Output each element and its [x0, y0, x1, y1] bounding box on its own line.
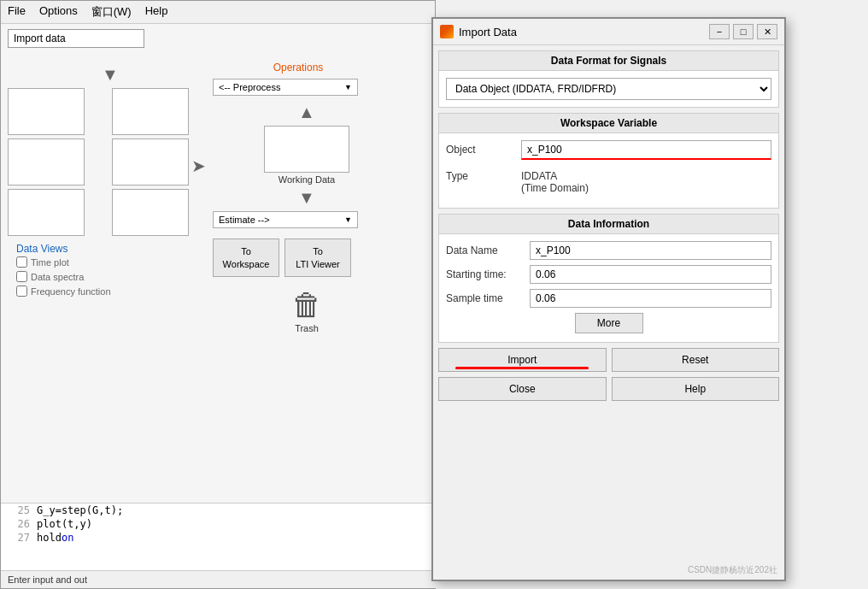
code-line-27: 27 hold on	[1, 531, 437, 545]
preprocess-label: <-- Preprocess	[219, 82, 280, 92]
checkbox-data-spectra-label: Data spectra	[31, 272, 84, 282]
right-arrow-icon: ➤	[191, 156, 206, 176]
data-format-body: Data Object (IDDATA, FRD/IDFRD)	[439, 71, 778, 107]
trash-label: Trash	[230, 323, 384, 333]
dialog-minimize-button[interactable]: −	[709, 24, 730, 39]
data-information-section: Data Information Data Name Starting time…	[438, 214, 779, 343]
code-text-26: plot(t,y)	[37, 518, 92, 530]
checkbox-freq-function[interactable]: Frequency function	[8, 284, 213, 298]
menu-bar: File Options 窗口(W) Help	[1, 1, 435, 24]
data-information-header: Data Information	[439, 215, 778, 234]
data-information-body: Data Name Starting time: Sample time Mor…	[439, 234, 778, 342]
data-box-1[interactable]	[8, 88, 85, 135]
starting-time-label: Starting time:	[446, 268, 523, 280]
preprocess-arrow-icon: ▼	[344, 83, 352, 91]
ops-panel: Operations ➤ <-- Preprocess ▼ ▲ Working …	[213, 53, 384, 572]
checkbox-freq-function-input[interactable]	[16, 286, 27, 297]
main-app-window: File Options 窗口(W) Help Import data ▼ Da…	[0, 0, 436, 589]
content-area: ▼ Data Views Time plot Data spectra Fre	[1, 53, 435, 572]
sample-time-row: Sample time	[446, 289, 771, 308]
checkbox-data-spectra[interactable]: Data spectra	[8, 269, 213, 284]
line-num-26: 26	[4, 518, 30, 530]
dialog-controls: − □ ✕	[709, 24, 777, 39]
up-arrow-icon: ▲	[213, 103, 384, 122]
type-row: Type IDDATA(Time Domain)	[446, 167, 771, 194]
data-views-label: Data Views	[8, 243, 213, 255]
workspace-variable-section: Workspace Variable Object Type IDDATA(Ti…	[438, 113, 779, 209]
data-grid-top	[8, 88, 213, 236]
code-text-25: G_y=step(G,t);	[37, 504, 123, 516]
to-workspace-button[interactable]: ToWorkspace	[213, 239, 279, 277]
data-box-5[interactable]	[8, 189, 85, 236]
dialog-title-left: Import Data	[440, 25, 517, 38]
close-dialog-button[interactable]: Close	[438, 377, 607, 401]
object-row: Object	[446, 140, 771, 160]
code-keyword-on: on	[62, 532, 73, 544]
data-format-section: Data Format for Signals Data Object (IDD…	[438, 50, 779, 108]
checkbox-time-plot-label: Time plot	[31, 257, 69, 268]
menu-help[interactable]: Help	[145, 4, 168, 20]
data-box-4[interactable]	[112, 138, 189, 186]
code-line-25: 25 G_y=step(G,t);	[1, 504, 437, 517]
more-button[interactable]: More	[575, 313, 643, 333]
estimate-label: Estimate -->	[219, 215, 270, 225]
starting-time-row: Starting time:	[446, 265, 771, 284]
dialog-titlebar: Import Data − □ ✕	[433, 19, 784, 45]
workspace-variable-header: Workspace Variable	[439, 114, 778, 133]
data-box-3[interactable]	[8, 138, 85, 186]
working-data-container: Working Data	[213, 126, 384, 185]
trash-container: 🗑 Trash	[213, 287, 384, 333]
menu-file[interactable]: File	[8, 4, 26, 20]
to-lti-viewer-button[interactable]: ToLTI Viewer	[284, 239, 351, 277]
checkbox-time-plot-input[interactable]	[16, 256, 27, 268]
code-text-27a: hold	[37, 532, 62, 544]
trash-icon[interactable]: 🗑	[230, 287, 384, 323]
down-arrow-top: ▼	[8, 65, 213, 85]
checkbox-time-plot[interactable]: Time plot	[8, 255, 213, 269]
type-value: IDDATA(Time Domain)	[521, 167, 771, 194]
left-panel: ▼ Data Views Time plot Data spectra Fre	[8, 53, 213, 572]
estimate-arrow-icon: ▼	[344, 215, 352, 224]
code-line-26: 26 plot(t,y)	[1, 517, 437, 531]
menu-options[interactable]: Options	[39, 4, 78, 20]
import-button[interactable]: Import	[438, 348, 607, 372]
type-label: Type	[446, 167, 514, 182]
data-box-6[interactable]	[112, 189, 189, 236]
dialog-maximize-button[interactable]: □	[733, 24, 754, 39]
help-button[interactable]: Help	[612, 377, 780, 401]
import-data-dialog: Import Data − □ ✕ Data Format for Signal…	[431, 17, 786, 581]
dialog-close-button[interactable]: ✕	[757, 24, 777, 39]
data-format-dropdown[interactable]: Data Object (IDDATA, FRD/IDFRD)	[446, 78, 771, 100]
operations-label: Operations	[213, 62, 384, 74]
checkbox-data-spectra-input[interactable]	[16, 271, 27, 282]
working-data-label: Working Data	[230, 174, 384, 185]
status-text: Enter input and out	[8, 574, 87, 585]
down-arrow2-icon: ▼	[213, 188, 384, 208]
dialog-title-text: Import Data	[459, 26, 517, 38]
data-format-header: Data Format for Signals	[439, 51, 778, 71]
status-bar: Enter input and out	[1, 570, 437, 588]
data-name-label: Data Name	[446, 244, 523, 256]
data-box-2[interactable]	[112, 88, 189, 135]
object-label: Object	[446, 140, 514, 156]
action-buttons: ToWorkspace ToLTI Viewer	[213, 239, 384, 277]
format-dropdown-container: Data Object (IDDATA, FRD/IDFRD)	[446, 78, 771, 100]
import-button-label: Import	[507, 354, 537, 366]
toolbar: Import data	[1, 24, 435, 53]
line-num-27: 27	[4, 532, 30, 544]
ops-layout: ➤ <-- Preprocess ▼ ▲ Working Data ▼ Esti…	[213, 79, 384, 333]
data-name-row: Data Name	[446, 241, 771, 260]
menu-window[interactable]: 窗口(W)	[91, 4, 132, 20]
estimate-dropdown[interactable]: Estimate --> ▼	[213, 211, 358, 228]
starting-time-input[interactable]	[530, 265, 771, 284]
preprocess-dropdown[interactable]: <-- Preprocess ▼	[213, 79, 358, 96]
checkbox-freq-function-label: Frequency function	[31, 286, 111, 297]
sample-time-input[interactable]	[530, 289, 771, 308]
import-underline	[455, 367, 589, 369]
working-data-box[interactable]	[264, 126, 349, 173]
import-data-dropdown[interactable]: Import data	[8, 29, 144, 48]
data-name-input[interactable]	[530, 241, 771, 260]
sample-time-label: Sample time	[446, 292, 523, 304]
reset-button[interactable]: Reset	[612, 348, 780, 372]
object-input[interactable]	[521, 140, 771, 160]
